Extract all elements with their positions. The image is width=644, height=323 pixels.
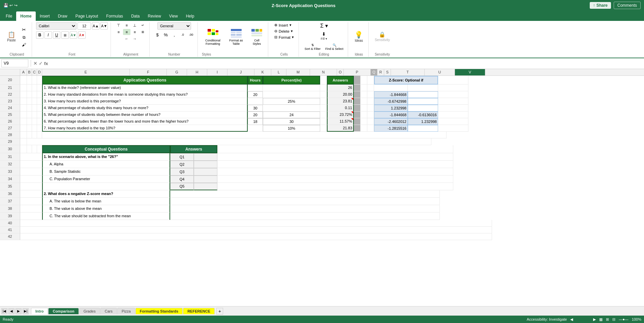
cell-U22[interactable] bbox=[408, 91, 438, 98]
add-sheet-button[interactable]: + bbox=[216, 308, 223, 315]
cell-E27[interactable]: 7. How many hours studied is the top 10%… bbox=[42, 125, 248, 132]
cell-zscore-header[interactable]: Z-Score: Optional if bbox=[374, 76, 438, 85]
decrease-decimal-button[interactable]: .0 bbox=[179, 31, 186, 38]
row-number-29[interactable]: 29 bbox=[0, 138, 20, 145]
cell-V27[interactable] bbox=[438, 125, 468, 132]
cell-E31[interactable]: 1. In the scenario above, what is the "2… bbox=[42, 153, 170, 161]
cell-B28[interactable] bbox=[27, 132, 32, 138]
currency-button[interactable]: $ bbox=[154, 31, 161, 38]
cell-T21[interactable] bbox=[374, 85, 408, 91]
cell-M25[interactable]: 24 bbox=[263, 111, 320, 118]
next-sheet-button[interactable]: ▶ bbox=[16, 308, 22, 314]
bottom-align-button[interactable]: ⊥ bbox=[131, 22, 139, 28]
cell-D25[interactable] bbox=[37, 111, 42, 118]
col-header-Q[interactable]: Q bbox=[371, 69, 377, 75]
cell-M24[interactable] bbox=[263, 105, 320, 111]
cell-V20[interactable] bbox=[438, 76, 468, 85]
col-header-V[interactable]: V bbox=[455, 69, 485, 75]
cell-U26[interactable]: 1.232998 bbox=[408, 118, 438, 125]
cell-E35[interactable] bbox=[42, 183, 170, 190]
cell-styles-button[interactable]: Cell Styles bbox=[248, 27, 265, 47]
cell-rest-42[interactable] bbox=[20, 233, 492, 240]
cell-B22[interactable] bbox=[27, 91, 32, 98]
cell-U27[interactable] bbox=[408, 125, 438, 132]
last-sheet-button[interactable]: ▶| bbox=[23, 308, 29, 314]
paste-button[interactable]: 📋 Paste bbox=[5, 30, 18, 43]
col-header-C[interactable]: C bbox=[32, 69, 37, 75]
decrease-indent-button[interactable]: ← bbox=[123, 36, 130, 42]
cell-L27[interactable] bbox=[248, 125, 263, 132]
middle-align-button[interactable]: ≡ bbox=[123, 22, 130, 28]
cell-D22[interactable] bbox=[37, 91, 42, 98]
cell-M26[interactable]: 30 bbox=[263, 118, 320, 125]
cell-Q20[interactable] bbox=[354, 76, 361, 85]
row-number-28[interactable]: 28 bbox=[0, 132, 20, 138]
cell-C28[interactable] bbox=[32, 132, 37, 138]
cell-S27[interactable] bbox=[367, 125, 374, 132]
sheet-tab-reference[interactable]: REFERENCE bbox=[183, 308, 215, 314]
cell-O23[interactable] bbox=[320, 98, 327, 105]
cell-rest-35[interactable] bbox=[217, 183, 453, 190]
cell-E36[interactable]: 2. What does a negative Z-score mean? bbox=[42, 190, 170, 198]
col-header-P[interactable]: P bbox=[344, 69, 371, 75]
number-format-select[interactable]: General bbox=[157, 22, 191, 30]
cell-C30[interactable] bbox=[32, 145, 37, 153]
fill-button[interactable]: ⬇ Fill ▾ bbox=[319, 31, 329, 41]
cell-L26[interactable]: 18 bbox=[248, 118, 263, 125]
cell-L21[interactable] bbox=[248, 85, 263, 91]
cell-C27[interactable] bbox=[32, 125, 37, 132]
cell-E25[interactable]: 5. What percentage of students study bet… bbox=[42, 111, 248, 118]
font-size-input[interactable] bbox=[78, 22, 91, 30]
cell-E33[interactable]: B. Sample Statistic bbox=[42, 168, 170, 175]
row-number-32[interactable]: 32 bbox=[0, 161, 20, 168]
cell-reference-input[interactable] bbox=[1, 59, 28, 67]
cell-R26[interactable] bbox=[361, 118, 367, 125]
col-header-D[interactable]: D bbox=[37, 69, 42, 75]
cell-S23[interactable] bbox=[367, 98, 374, 105]
formula-cancel-button[interactable]: ✕ bbox=[33, 61, 37, 66]
left-align-button[interactable]: ≡ bbox=[115, 29, 122, 35]
cell-O21[interactable] bbox=[320, 85, 327, 91]
cell-AD32[interactable] bbox=[20, 161, 42, 168]
cell-E24[interactable]: 4. What percentage of students study thi… bbox=[42, 105, 248, 111]
top-align-button[interactable]: ⊤ bbox=[115, 22, 122, 28]
tab-home[interactable]: Home bbox=[16, 11, 35, 21]
cell-rest-38[interactable] bbox=[170, 205, 440, 213]
cell-C24[interactable] bbox=[32, 105, 37, 111]
row-number-38[interactable]: 38 bbox=[0, 205, 20, 213]
row-number-41[interactable]: 41 bbox=[0, 227, 20, 233]
cell-D26[interactable] bbox=[37, 118, 42, 125]
cell-rest-37[interactable] bbox=[170, 198, 440, 205]
sheet-tab-cars[interactable]: Cars bbox=[100, 308, 117, 314]
cell-L24[interactable]: 30 bbox=[248, 105, 263, 111]
row-number-35[interactable]: 35 bbox=[0, 183, 20, 190]
cell-A25[interactable] bbox=[20, 111, 27, 118]
col-header-S[interactable]: S bbox=[384, 69, 391, 75]
cell-C25[interactable] bbox=[32, 111, 37, 118]
cell-rest-39[interactable] bbox=[170, 213, 440, 220]
tab-insert[interactable]: Insert bbox=[36, 11, 54, 21]
cell-D21[interactable] bbox=[37, 85, 42, 91]
cell-M23[interactable]: 25% bbox=[263, 98, 320, 105]
cell-P24[interactable]: 0.11 bbox=[327, 105, 354, 111]
cell-percentile-header[interactable]: Percent(ile) bbox=[263, 76, 320, 85]
cell-T26[interactable]: -2.4602012 bbox=[374, 118, 408, 125]
cell-K33[interactable] bbox=[194, 168, 217, 175]
cell-P21[interactable]: 26 bbox=[327, 85, 354, 91]
cell-O27[interactable] bbox=[320, 125, 327, 132]
col-header-A[interactable]: A bbox=[20, 69, 27, 75]
merge-center-button[interactable]: ⊞ bbox=[139, 29, 147, 35]
formula-confirm-button[interactable]: ✓ bbox=[39, 61, 43, 66]
cell-J35[interactable]: Q5 bbox=[170, 183, 194, 190]
cell-J32[interactable]: Q2 bbox=[170, 161, 194, 168]
decrease-font-button[interactable]: A▼ bbox=[100, 22, 108, 30]
col-header-N[interactable]: N bbox=[310, 69, 337, 75]
cell-R23[interactable] bbox=[361, 98, 367, 105]
corner-cell[interactable] bbox=[0, 69, 20, 75]
format-painter-button[interactable]: 🖌 bbox=[19, 41, 29, 48]
row-number-23[interactable]: 23 bbox=[0, 98, 20, 105]
tab-view[interactable]: View bbox=[165, 11, 182, 21]
row-number-30[interactable]: 30 bbox=[0, 145, 20, 153]
sort-filter-button[interactable]: ⇅ Sort & Filter bbox=[303, 42, 323, 52]
cell-A28[interactable] bbox=[20, 132, 27, 138]
